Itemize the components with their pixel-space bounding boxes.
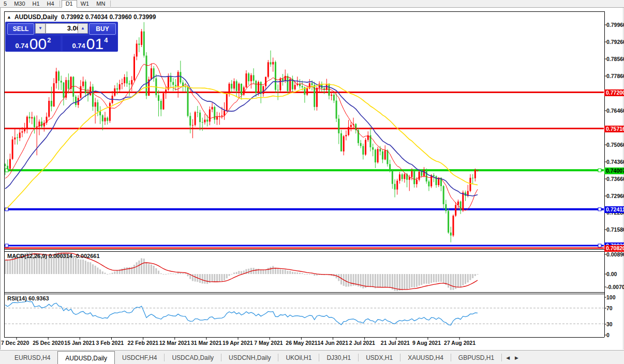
date-label: 7 May 2021: [254, 340, 283, 346]
chart-title: ▲AUDUSD,Daily 0.73992 0.74034 0.73960 0.…: [7, 13, 156, 21]
chart-tab-bar: EURUSD,H4AUDUSD,DailyUSDCHF,H4USDCAD,Dai…: [0, 350, 624, 364]
rsi-label: RSI(14) 60.9363: [7, 295, 49, 301]
line-handle[interactable]: [598, 169, 601, 172]
macd-tick-label: 0.008904: [606, 251, 624, 258]
one-click-trading-widget: SELL ▼ 3.00 ▲ BUY 0.74 00 2 0.74 01 4: [5, 22, 118, 52]
price-level-badge: 0.72411: [604, 206, 624, 213]
date-label: 19 Apr 2021: [222, 340, 253, 346]
horizontal-level-lines: [5, 92, 604, 248]
volume-decrease-button[interactable]: ▼: [35, 23, 46, 34]
chart-tab-usdcad[interactable]: USDCAD,Daily: [165, 351, 221, 364]
rsi-tick-label: 0: [606, 332, 610, 339]
tabbar-spacer: [0, 351, 7, 364]
price-level-badge: 0.75716: [604, 126, 624, 132]
chart-tab-usdchf[interactable]: USDCHF,H4: [115, 351, 164, 364]
date-label: 31 Mar 2021: [191, 340, 222, 346]
date-label: 21 Jul 2021: [381, 340, 410, 346]
volume-increase-button[interactable]: ▲: [78, 23, 88, 34]
date-label: 14 Jun 2021: [318, 340, 349, 346]
price-tick-label: 0.76460: [606, 108, 624, 114]
rsi-tick-label: 70: [606, 305, 613, 312]
price-tick-label: 0.78560: [606, 56, 624, 63]
date-label: 3 Feb 2021: [96, 340, 124, 346]
sell-price-sup: 2: [47, 36, 51, 44]
macd-tick-label: 0.00: [606, 271, 617, 278]
date-label: 15 Jan 2021: [64, 340, 95, 346]
price-tick-label: 0.77860: [606, 73, 624, 80]
symbol-title: AUDUSD,Daily: [14, 13, 57, 21]
price-tick-label: 0.79960: [606, 22, 624, 28]
date-label: 22 Feb 2021: [128, 340, 159, 346]
date-label: 9 Aug 2021: [412, 340, 441, 346]
tab-scroll-arrows: ◀▶: [506, 351, 518, 364]
sell-price-display[interactable]: 0.74 00 2: [6, 36, 61, 51]
rsi-line: [5, 301, 478, 325]
price-tick-label: 0.75060: [606, 142, 624, 148]
date-label: 2 Jul 2021: [349, 340, 375, 346]
macd-tick-label: -0.00701: [606, 284, 624, 291]
buy-price-big: 01: [86, 37, 103, 51]
price-level-badge: 0.74007: [604, 168, 624, 174]
chart-canvas[interactable]: [0, 0, 624, 364]
price-tick-label: 0.79260: [606, 39, 624, 46]
tab-separator: [501, 354, 502, 361]
rsi-tick-label: 100: [606, 294, 616, 301]
chart-tab-usdcnh[interactable]: USDCNH,Daily: [221, 351, 278, 364]
candlestick-series: [5, 22, 604, 248]
sell-price-small: 0.74: [16, 42, 28, 50]
date-label: 12 Mar 2021: [159, 340, 190, 346]
sell-button[interactable]: SELL: [7, 23, 34, 35]
date-label: 25 Dec 2020: [33, 340, 64, 346]
sell-price-big: 00: [29, 37, 47, 51]
date-label: 27 Aug 2021: [444, 340, 476, 346]
rsi-indicator: [5, 301, 604, 325]
chart-tab-xauusd[interactable]: XAUUSD,H4: [400, 351, 451, 364]
chart-tab-dj30[interactable]: DJ30,H1: [319, 351, 358, 364]
date-label: 26 May 2021: [286, 340, 317, 346]
tab-scroll-right-icon[interactable]: ▶: [515, 355, 518, 360]
chart-tab-ukoil[interactable]: UKOil,H1: [278, 351, 319, 364]
chart-tab-audusd[interactable]: AUDUSD,Daily: [57, 351, 115, 364]
mt4-window: { "toolbar": {"timeframes": ["5","M30","…: [0, 0, 624, 364]
buy-price-sup: 4: [104, 36, 108, 44]
price-level-badge: 0.77200: [604, 89, 624, 96]
line-handle[interactable]: [598, 244, 601, 247]
date-label: 7 Dec 2020: [1, 340, 29, 346]
collapse-arrow-icon[interactable]: ▲: [7, 14, 11, 20]
macd-label: MACD(12,26,9) 0.000314 -0.002661: [7, 253, 100, 259]
tab-scroll-left-icon[interactable]: ◀: [506, 355, 510, 360]
price-tick-label: 0.72960: [606, 193, 624, 200]
chart-tab-eurusd[interactable]: EURUSD,H4: [7, 351, 57, 364]
chart-tab-gbpusd[interactable]: GBPUSD,H1: [451, 351, 501, 364]
ohlc-values: 0.73992 0.74034 0.73960 0.73999: [61, 13, 156, 21]
buy-button[interactable]: BUY: [89, 23, 116, 35]
buy-price-small: 0.74: [72, 42, 85, 50]
price-tick-label: 0.71580: [606, 226, 624, 233]
price-tick-label: 0.74360: [606, 159, 624, 165]
price-tick-label: 0.73660: [606, 176, 624, 183]
trade-widget-row: SELL ▼ 3.00 ▲ BUY: [5, 22, 118, 35]
line-handle[interactable]: [5, 244, 8, 247]
buy-price-display[interactable]: 0.74 01 4: [63, 36, 117, 51]
rsi-tick-label: 30: [606, 321, 613, 328]
chart-tab-usdx[interactable]: USDX,H1: [359, 351, 400, 364]
line-handle[interactable]: [598, 208, 601, 211]
